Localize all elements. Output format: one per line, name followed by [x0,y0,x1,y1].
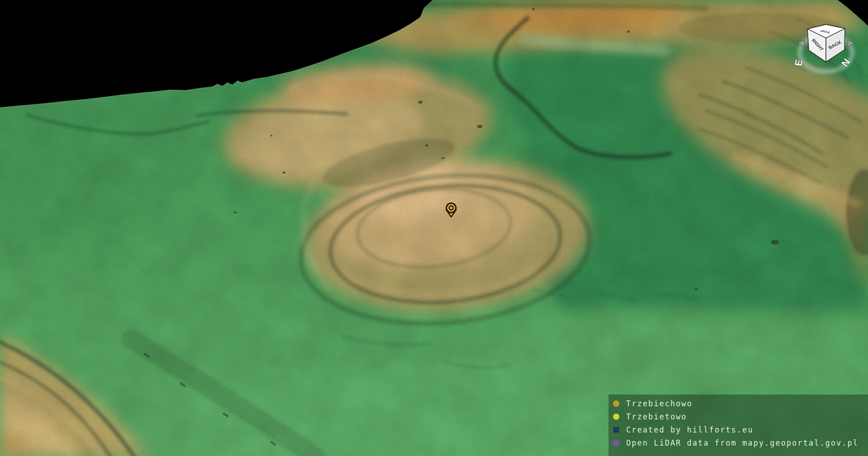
legend-label: Trzebietowo [626,412,687,421]
legend-label: Open LiDAR data from mapy.geoportal.gov.… [626,438,859,447]
site-dot-icon [613,400,619,407]
legend-item-data-source: Open LiDAR data from mapy.geoportal.gov.… [613,436,868,449]
legend-item-credit: Created by hillforts.eu [613,423,868,436]
legend-item-trzebietowo[interactable]: Trzebietowo [613,410,868,423]
data-source-square-icon [613,440,619,446]
terrain-3d-render: E N TOP RIGHT BACK [0,0,868,456]
lidar-3d-viewport[interactable]: E N TOP RIGHT BACK Trzebiechowo Trzebiet… [0,0,868,456]
legend-panel: Trzebiechowo Trzebietowo Created by hill… [609,395,868,456]
legend-label: Trzebiechowo [626,399,693,408]
site-dot-icon [613,414,619,420]
legend-item-trzebiechowo[interactable]: Trzebiechowo [613,397,868,410]
legend-label: Created by hillforts.eu [626,425,753,434]
marker-hole [449,206,453,210]
credit-square-icon [613,427,619,433]
